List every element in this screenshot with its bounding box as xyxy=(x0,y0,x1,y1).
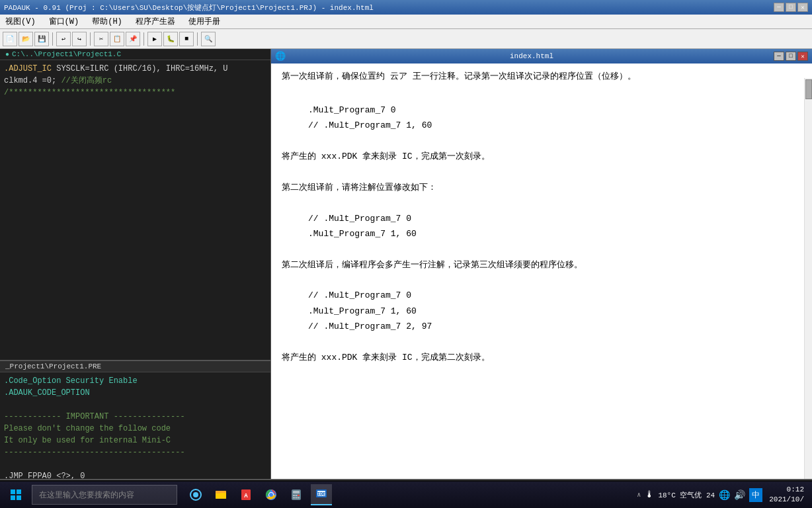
right-window-buttons: ─ □ ✕ xyxy=(774,52,808,61)
doc-blank-2 xyxy=(282,134,791,149)
toolbar-sep1 xyxy=(52,32,53,46)
menu-view[interactable]: 视图(V) xyxy=(3,15,38,28)
svg-rect-18 xyxy=(298,495,300,496)
taskbar-pinned-icons: A xyxy=(185,484,332,505)
svg-rect-0 xyxy=(11,489,15,494)
toolbar-paste[interactable]: 📌 xyxy=(126,32,140,46)
doc-line-intro: 第一次组译前，确保位置约 云ア 王一行注释。记录第一次组译次记录的程序位置（位移… xyxy=(282,69,791,84)
right-window-titlebar: 🌐 index.html ─ □ ✕ xyxy=(271,49,812,64)
clock: 0:12 2021/10/ xyxy=(769,485,804,505)
start-button[interactable] xyxy=(3,484,29,505)
right-window-icon: 🌐 xyxy=(275,51,286,62)
pre-line-2: .ADAUK_CODE_OPTION xyxy=(4,387,266,399)
doc-blank-3 xyxy=(282,164,791,179)
toolbar-debug[interactable]: 🐛 xyxy=(163,32,178,46)
pre-line-3 xyxy=(4,399,266,411)
taskbar: 在这里输入您要搜索的内容 A xyxy=(0,482,812,508)
svg-rect-19 xyxy=(293,497,295,499)
doc-text-5: 将产生的 xxx.PDK 拿来刻录 IC，完成第二次刻录。 xyxy=(282,350,791,365)
toolbar-sep2 xyxy=(90,32,91,46)
pre-editor[interactable]: .Code_Option Security Enable .ADAUK_CODE… xyxy=(0,372,270,479)
doc-code-2: // .Mult_Program_7 1, 60 xyxy=(282,118,791,133)
svg-rect-17 xyxy=(296,495,298,496)
doc-code-4: .Mult_Program_7 1, 60 xyxy=(282,226,791,241)
toolbar-save[interactable]: 💾 xyxy=(34,32,49,46)
doc-code-1: .Mult_Program_7 0 xyxy=(282,103,791,118)
scrollbar-thumb[interactable] xyxy=(805,79,812,99)
right-close-button[interactable]: ✕ xyxy=(797,52,808,61)
doc-code-5: // .Mult_Program_7 0 xyxy=(282,288,791,303)
tray-speaker-icon[interactable]: 🔊 xyxy=(734,489,745,501)
taskbar-icon-acrobat[interactable]: A xyxy=(235,484,257,505)
taskbar-icon-calculator[interactable] xyxy=(286,484,307,505)
doc-blank-4 xyxy=(282,195,791,210)
taskbar-icon-cortana[interactable] xyxy=(185,484,206,505)
pre-line-7: -------------------------------------- xyxy=(4,446,266,458)
main-area: ● C:\..\Project1\Project1.C .ADJUST_IC S… xyxy=(0,49,812,479)
close-button[interactable]: ✕ xyxy=(797,3,808,12)
code-line-3: /*********************************** xyxy=(4,87,266,99)
toolbar-open[interactable]: 📂 xyxy=(19,32,33,46)
code-panel: ● C:\..\Project1\Project1.C .ADJUST_IC S… xyxy=(0,49,270,360)
app-title: PADAUK - 0.91 (Proj : C:\Users\SU\Deskto… xyxy=(4,3,374,13)
svg-rect-21 xyxy=(298,497,300,499)
right-minimize-button[interactable]: ─ xyxy=(774,52,784,61)
menu-manual[interactable]: 使用手册 xyxy=(186,15,223,28)
doc-code-3: // .Mult_Program_7 0 xyxy=(282,211,791,226)
code-line-1: .ADJUST_IC SYSCLK=ILRC (IHRC/16), IHRC=1… xyxy=(4,63,266,75)
svg-rect-20 xyxy=(296,497,298,499)
right-panel: 🌐 index.html ─ □ ✕ 第一次组译前，确保位置约 云ア 王一行注释… xyxy=(271,49,812,479)
taskbar-search-box[interactable]: 在这里输入您要搜索的内容 xyxy=(32,485,177,505)
index-html-content[interactable]: 第一次组译前，确保位置约 云ア 王一行注释。记录第一次组译次记录的程序位置（位移… xyxy=(271,64,812,479)
toolbar-undo[interactable]: ↩ xyxy=(56,32,71,46)
right-maximize-button[interactable]: □ xyxy=(786,52,796,61)
toolbar-build[interactable]: ▶ xyxy=(147,32,162,46)
pre-file-tab[interactable]: _Project1\Project1.PRE xyxy=(0,361,270,372)
pre-line-8 xyxy=(4,458,266,470)
minimize-button[interactable]: ─ xyxy=(774,3,784,12)
menu-window[interactable]: 窗口(W) xyxy=(46,15,82,28)
svg-rect-1 xyxy=(17,489,21,494)
svg-rect-15 xyxy=(293,491,300,493)
taskbar-icon-padauk[interactable]: IDE xyxy=(311,484,332,505)
toolbar-copy[interactable]: 📋 xyxy=(110,32,124,46)
maximize-button[interactable]: □ xyxy=(786,3,796,12)
pre-line-9: .JMP FPPA0 <?>, 0 xyxy=(4,470,266,479)
doc-text-2: 将产生的 xxx.PDK 拿来刻录 IC，完成第一次刻录。 xyxy=(282,149,791,164)
code-editor[interactable]: .ADJUST_IC SYSCLK=ILRC (IHRC/16), IHRC=1… xyxy=(0,60,270,360)
toolbar: 📄 📂 💾 ↩ ↪ ✂ 📋 📌 ▶ 🐛 ■ 🔍 xyxy=(0,29,812,49)
taskbar-right: ∧ 🌡 18°C 空气优 24 🌐 🔊 中 0:12 2021/10/ xyxy=(637,485,809,505)
doc-blank-7 xyxy=(282,335,791,350)
toolbar-cut[interactable]: ✂ xyxy=(94,32,108,46)
toolbar-search[interactable]: 🔍 xyxy=(201,32,216,46)
toolbar-redo[interactable]: ↪ xyxy=(72,32,87,46)
menu-codegen[interactable]: 程序产生器 xyxy=(133,15,178,28)
tray-expand[interactable]: ∧ xyxy=(637,491,641,499)
title-bar-buttons: ─ □ ✕ xyxy=(774,3,808,12)
tray-weather-icon: 🌡 xyxy=(645,489,654,500)
code-line-2: clkmd.4 =0; //关闭高频rc xyxy=(4,75,266,87)
doc-code-7: // .Mult_Program_7 2, 97 xyxy=(282,319,791,334)
tray-icons: ∧ 🌡 18°C 空气优 24 🌐 🔊 中 xyxy=(637,488,762,502)
taskbar-icon-chrome[interactable] xyxy=(261,484,282,505)
right-scrollbar[interactable] xyxy=(804,78,812,479)
svg-rect-2 xyxy=(11,495,15,500)
pre-line-6: It only be used for internal Mini-C xyxy=(4,435,266,446)
c-file-tab[interactable]: ● C:\..\Project1\Project1.C xyxy=(0,49,270,60)
toolbar-stop[interactable]: ■ xyxy=(179,32,194,46)
pre-line-1: .Code_Option Security Enable xyxy=(4,375,266,387)
doc-text-4: 第二次组译后，编译程序会多产生一行注解，记录第三次组译须要的程序位移。 xyxy=(282,257,791,273)
title-bar: PADAUK - 0.91 (Proj : C:\Users\SU\Deskto… xyxy=(0,0,812,15)
svg-rect-7 xyxy=(216,493,226,499)
toolbar-new[interactable]: 📄 xyxy=(3,32,17,46)
svg-rect-3 xyxy=(17,495,21,500)
svg-point-5 xyxy=(193,492,198,497)
svg-text:A: A xyxy=(244,493,248,499)
pre-line-4: ------------ IMPORTANT --------------- xyxy=(4,411,266,423)
doc-blank-6 xyxy=(282,273,791,288)
doc-blank-5 xyxy=(282,241,791,257)
menu-help[interactable]: 帮助(H) xyxy=(89,15,125,28)
taskbar-icon-explorer[interactable] xyxy=(210,484,231,505)
tray-lang[interactable]: 中 xyxy=(749,488,762,502)
toolbar-sep3 xyxy=(143,32,144,46)
